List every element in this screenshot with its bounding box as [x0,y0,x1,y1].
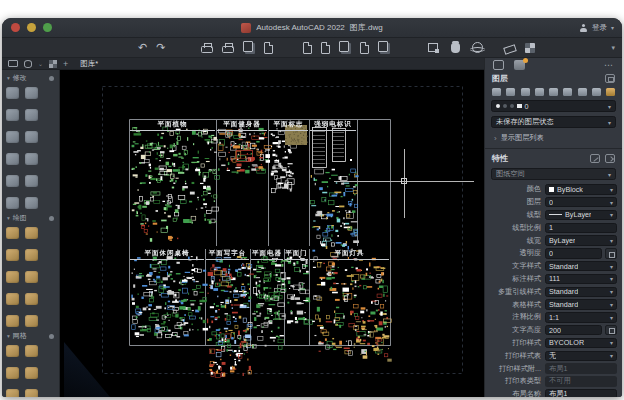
tool-icon[interactable] [6,315,19,327]
property-field[interactable]: ByLayer▾ [545,235,617,246]
quick-select-icon[interactable] [590,154,600,163]
properties-tab-icon[interactable] [493,60,504,70]
layer-states-dropdown[interactable]: 未保存的图层状态 ▾ [491,116,616,128]
tool-icon[interactable] [25,345,38,357]
orbit-icon[interactable] [472,42,483,53]
export-icon[interactable] [339,41,349,52]
tool-icon[interactable] [25,131,38,143]
property-field[interactable]: 无▾ [545,351,617,362]
tool-icon[interactable] [6,293,19,305]
property-field[interactable]: Standard▾ [545,287,617,298]
start-tab-icon[interactable] [49,60,57,68]
section-collapse-icon[interactable]: ▾ [7,215,10,221]
layer-tool-icon[interactable] [549,88,558,96]
layer-tool-icon[interactable] [521,88,530,96]
property-field[interactable]: BYCOLOR▾ [545,338,617,349]
property-field[interactable]: 0 [545,248,602,259]
print-icon[interactable] [201,46,213,53]
property-field[interactable]: ByBlock▾ [545,184,617,195]
property-field[interactable]: Standard▾ [545,299,617,310]
tool-icon[interactable] [25,271,38,283]
palette-section-header[interactable]: ▾网格 [2,330,59,342]
section-options-icon[interactable] [49,334,54,339]
panel-overflow-icon[interactable]: ⋯ [604,61,614,69]
drawing-tab[interactable]: 图库* [74,59,104,69]
property-extra-button[interactable] [605,248,617,259]
close-window-button[interactable] [11,23,20,32]
tool-icon[interactable] [25,175,38,187]
tool-icon[interactable] [25,109,38,121]
tool-icon[interactable] [6,197,19,209]
tool-icon[interactable] [6,175,19,187]
tool-icon[interactable] [6,153,19,165]
tool-icon[interactable] [25,227,38,239]
property-field[interactable]: 0▾ [545,197,617,208]
toolbar-overflow-icon[interactable]: ▾ [611,44,615,52]
section-options-icon[interactable] [49,216,54,221]
tool-icon[interactable] [25,293,38,305]
layer-tool-icon[interactable] [606,88,615,96]
layer-tool-icon[interactable] [535,88,544,96]
block-tools-icon[interactable] [525,43,535,53]
collapse-panel-icon[interactable] [605,154,615,163]
import-icon[interactable] [321,42,330,54]
popout-panel-icon[interactable] [605,74,615,83]
tool-icon[interactable] [25,153,38,165]
object-type-dropdown[interactable]: 图纸空间 ▾ [491,168,616,180]
undo-icon[interactable]: ↶ [138,41,147,54]
tool-icon[interactable] [6,389,19,397]
property-field[interactable]: 布局1 [545,389,617,397]
tool-icon[interactable] [6,131,19,143]
property-extra-button[interactable] [605,325,617,336]
palette-section-header[interactable]: ▾修改 [2,72,59,84]
property-field[interactable]: Standard▾ [545,261,617,272]
redo-icon[interactable]: ↷ [156,41,165,54]
layout-space-icon[interactable] [24,60,32,68]
tool-icon[interactable] [25,315,38,327]
tool-icon[interactable] [6,87,19,99]
tool-icon[interactable] [25,389,38,397]
layers-tab-icon[interactable] [514,60,525,70]
drawing-viewport[interactable]: 平面植物平面健身器平面标志强弱电标识平面休闲桌椅平面写字台平面电器平面门平面灯具 [60,70,484,397]
section-collapse-icon[interactable]: ▾ [7,75,10,81]
tool-icon[interactable] [25,87,38,99]
reference-icon[interactable] [378,41,388,52]
maximize-window-button[interactable] [43,23,52,32]
sheet-set-icon[interactable] [360,42,369,54]
page-setup-icon[interactable] [243,41,253,52]
property-field[interactable]: ByLayer▾ [545,210,617,221]
tool-icon[interactable] [25,197,38,209]
property-field[interactable]: 111▾ [545,274,617,285]
layer-tool-icon[interactable] [492,88,501,96]
property-field[interactable]: 1:1▾ [545,312,617,323]
tool-icon[interactable] [6,109,19,121]
tool-icon[interactable] [6,227,19,239]
zoom-window-icon[interactable] [428,43,438,52]
tool-icon[interactable] [6,345,19,357]
show-layer-list[interactable]: › 显示图层列表 [485,130,622,146]
print-preview-icon[interactable] [264,42,273,54]
model-space-icon[interactable] [8,60,18,67]
pan-icon[interactable] [451,43,460,53]
measure-icon[interactable] [504,44,518,54]
property-field[interactable]: 200 [545,325,602,336]
section-collapse-icon[interactable]: ▾ [7,333,10,339]
new-tab-button[interactable]: + [63,59,68,69]
layer-tool-icon[interactable] [592,88,601,96]
plot-icon[interactable] [222,46,234,53]
new-drawing-icon[interactable] [303,42,312,54]
tool-icon[interactable] [25,367,38,379]
property-field[interactable]: 1 [545,223,617,234]
tool-icon[interactable] [25,249,38,261]
palette-section-header[interactable]: ▾绘图 [2,212,59,224]
sign-in-button[interactable]: 登录 ▾ [574,21,622,35]
layer-selector[interactable]: 0 ▾ [491,100,616,112]
section-options-icon[interactable] [49,76,54,81]
tab-options-icon[interactable]: ⌄ [38,60,43,67]
tool-icon[interactable] [6,271,19,283]
layer-tool-icon[interactable] [506,88,515,96]
layer-tool-icon[interactable] [578,88,587,96]
layer-tool-icon[interactable] [563,88,572,96]
minimize-window-button[interactable] [27,23,36,32]
tool-icon[interactable] [6,367,19,379]
